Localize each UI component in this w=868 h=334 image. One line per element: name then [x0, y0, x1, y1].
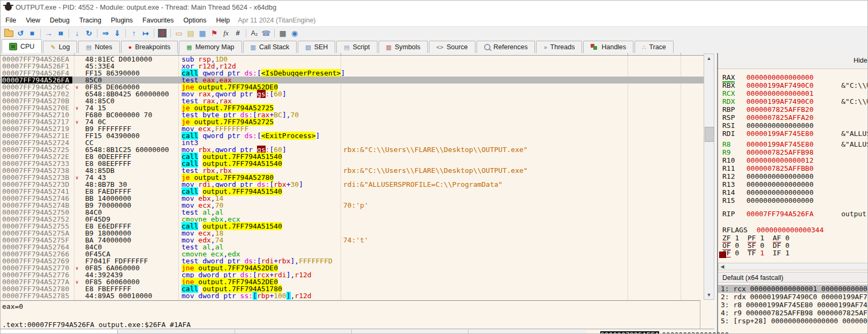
flag-value[interactable]: 0 [785, 241, 789, 249]
register-row-rax[interactable]: RAX0000000000000000 [718, 73, 868, 81]
stop-icon[interactable]: ■ [26, 28, 38, 39]
calculator-icon[interactable]: ▦ [277, 28, 289, 39]
register-value[interactable]: 0000000000000000 [746, 73, 813, 81]
fastcall-arg-row[interactable]: 1: rcx 0000000000000001 0000000000000001 [718, 285, 868, 293]
fastcall-arg-row[interactable]: 4: r9 0000007825AFFB98 0000007825AFFB98 [718, 309, 868, 317]
register-value[interactable]: 00000199AF7490C0 [746, 97, 813, 105]
menu-item-debug[interactable]: Debug [45, 15, 74, 26]
tab-notes[interactable]: ▤Notes [78, 41, 119, 53]
hide-fpu-strip[interactable]: Hide FPU [718, 53, 868, 69]
tab-references[interactable]: References [477, 41, 535, 53]
register-row-rflags[interactable]: RFLAGS0000000000000344 [718, 226, 868, 234]
register-row-rsp[interactable]: RSP0000007825AFFA20 [718, 113, 868, 122]
register-value[interactable]: 0000000000000000 [746, 188, 813, 196]
register-row-rdx[interactable]: RDX00000199AF7490C0&"C:\\Users\\FLARE\\D… [718, 97, 868, 105]
menu-item-help[interactable]: Help [212, 15, 235, 26]
tab-cpu[interactable]: CPU [2, 39, 42, 53]
tab-log[interactable]: ✎Log [43, 41, 77, 53]
fastcall-arg-row[interactable]: 3: r8 00000199AF745E80 00000199AF745E80 [718, 301, 868, 309]
register-value[interactable]: 0000000000000344 [757, 226, 824, 234]
step-over-icon[interactable]: ↻ [83, 28, 95, 39]
hide-fpu-button[interactable]: Hide FPU [854, 57, 868, 64]
flag-if[interactable]: IF [773, 249, 781, 257]
menu-item-favourites[interactable]: Favourites [138, 15, 178, 26]
disassembly-vertical-scrollbar[interactable]: ▲ ▼ [704, 54, 714, 300]
register-row-rbx[interactable]: RBX00000199AF7490C0&"C:\\Users\\FLARE\\D… [718, 81, 868, 89]
flag-value[interactable]: 0 [760, 241, 764, 249]
notify-icon[interactable]: ☎ [260, 28, 272, 39]
register-row-rsi[interactable]: RSI0000000000000000 [718, 122, 868, 130]
register-value[interactable]: 00000199AF745E80 [746, 140, 813, 148]
scrollbar-thumb[interactable] [705, 127, 714, 142]
calling-convention-label[interactable]: Default (x64 fastcall) [722, 274, 783, 282]
tab-seh[interactable]: ▧SEH [298, 41, 335, 53]
flag-value[interactable]: 0 [735, 241, 739, 249]
register-row-r9[interactable]: R90000007825AFFB98 [718, 148, 868, 156]
cpu-flags-row[interactable]: ZF 1 PF 1 AF 0 [722, 234, 798, 242]
register-row-rdi[interactable]: RDI00000199AF745E80&"ALLUSERSPROFILE=C:\… [718, 130, 868, 138]
stack-value[interactable]: 0000000300000000 [662, 331, 729, 334]
register-row-r11[interactable]: R110000007825AFFBB0 [718, 164, 868, 172]
register-value[interactable]: 00000199AF7490C0 [746, 81, 813, 89]
register-row-r13[interactable]: R130000000000000000 [718, 180, 868, 188]
tab-threads[interactable]: »Threads [536, 41, 582, 53]
bookmarks-icon[interactable]: ⚑ [208, 28, 220, 39]
disasm-row[interactable]: 00007FF794A5275FBA 74000000mov edx,7474:… [1, 237, 704, 244]
step-into-source-icon[interactable]: ⇓ [111, 28, 123, 39]
disasm-row[interactable]: 00007FF794A5278544:89A5 00010000mov dwor… [1, 292, 704, 299]
tab-trace[interactable]: ∴Trace [635, 41, 674, 53]
tab-memory-map[interactable]: ▦Memory Map [179, 41, 241, 53]
register-row-rcx[interactable]: RCX0000000000000001 [718, 89, 868, 97]
tab-call-stack[interactable]: ▥Call Stack [243, 41, 297, 53]
tab-source[interactable]: <>Source [429, 41, 475, 53]
fastcall-arg-row[interactable]: 5: [rsp+28] 0000000000000000 00000000000… [718, 317, 868, 325]
flag-value[interactable]: 1 [735, 234, 739, 242]
registers-pane[interactable]: Hide FPU RAX0000000000000000RBX00000199A… [718, 53, 868, 334]
stack-selected-address[interactable]: 0000007825AFFA20 [600, 331, 659, 334]
register-row-rip[interactable]: RIP00007FF794A526FAoutput.00007FF794A526… [718, 210, 868, 218]
register-row-r12[interactable]: R120000000000000000 [718, 172, 868, 180]
font-icon[interactable]: A₂ [248, 28, 260, 39]
tab-symbols[interactable]: ▥Symbols [379, 41, 428, 53]
disasm-row[interactable]: 00007FF794A5271EFF15 04390000call qword … [1, 132, 704, 139]
fastcall-arg-row[interactable]: 2: rdx 00000199AF7490C0 00000199AF7490C0 [718, 293, 868, 301]
disasm-row[interactable]: 00007FF794A526F4FF15 86390000call qword … [1, 70, 704, 77]
register-value[interactable]: 0000000000000001 [746, 89, 813, 97]
register-row-r14[interactable]: R140000000000000000 [718, 188, 868, 196]
disasm-row[interactable]: 00007FF794A5274BB9 70000000mov ecx,7070:… [1, 202, 704, 209]
flag-tf[interactable]: TF [748, 249, 756, 257]
flag-value[interactable]: 1 [760, 234, 764, 242]
run-icon[interactable]: → [43, 28, 55, 39]
tab-breakpoints[interactable]: ●Breakpoints [121, 41, 178, 53]
dump-tab-active-sliver[interactable] [1, 330, 118, 334]
register-row-rbp[interactable]: RBP0000007825AFFB20 [718, 105, 868, 113]
tab-handles[interactable]: Handles [583, 41, 633, 53]
menu-item-plugins[interactable]: Plugins [106, 15, 138, 26]
flag-value[interactable]: 0 [785, 234, 789, 242]
patches-icon[interactable]: ▭ [173, 28, 185, 39]
flag-df[interactable]: DF [773, 241, 781, 249]
register-value[interactable]: 0000007825AFFA20 [746, 113, 813, 122]
register-value[interactable]: 00000199AF745E80 [746, 130, 813, 138]
menu-item-options[interactable]: Options [178, 15, 211, 26]
flag-value[interactable]: 1 [760, 249, 764, 257]
cpu-flags-row[interactable]: OF 0 SF 0 DF 0 [722, 242, 798, 249]
step-into-icon[interactable]: ↓ [71, 28, 83, 39]
calling-convention-header[interactable]: Default (x64 fastcall) [718, 272, 868, 283]
flag-value[interactable]: 1 [785, 249, 789, 257]
register-value[interactable]: 0000000000000000 [746, 180, 813, 188]
register-row-r10[interactable]: R100000000000000012 [718, 156, 868, 164]
cpu-flags-row[interactable]: CF 0 TF 1 IF 1 [722, 249, 798, 257]
hash-icon[interactable]: # [232, 28, 244, 39]
menu-item-tracing[interactable]: Tracing [74, 15, 106, 26]
scrollbar-left-arrow-icon[interactable]: ◀ [719, 263, 726, 270]
globe-icon[interactable]: ◉ [289, 28, 300, 39]
menu-item-view[interactable]: View [21, 15, 45, 26]
scrollbar-down-arrow-icon[interactable]: ▼ [704, 291, 714, 299]
open-file-icon[interactable] [3, 28, 14, 39]
stack-pane-sliver[interactable]: 0000007825AFFA20 0000000300000000 [586, 330, 714, 334]
tab-script[interactable]: ▤Script [336, 41, 377, 53]
trace-record-icon[interactable]: S [156, 28, 168, 39]
disassembly-pane[interactable]: 00007FF794A526EA48:81EC D0010000sub rsp,… [1, 53, 704, 300]
run-until-return-icon[interactable]: ⇒ [100, 28, 111, 39]
